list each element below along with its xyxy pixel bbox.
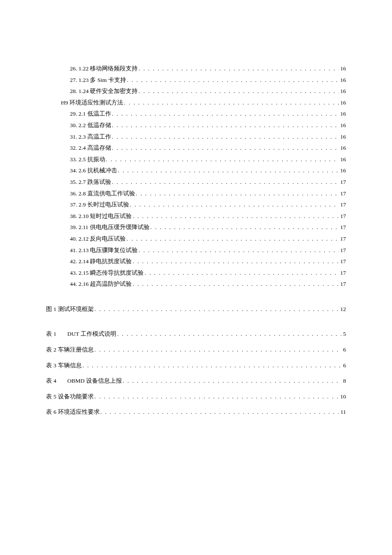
toc-entry: 34. 2.6 抗机械冲击 16 <box>46 166 346 175</box>
toc-dots <box>133 257 338 266</box>
toc-page-number: 16 <box>340 121 346 130</box>
toc-page-number: 17 <box>340 268 346 278</box>
toc-dots <box>117 329 341 339</box>
table-entry: 表 6 环境适应性要求 11 <box>46 407 346 417</box>
toc-dots <box>112 177 339 187</box>
toc-entry: 36. 2.8 直流供电工作试验 17 <box>46 189 346 198</box>
table-label: 表 2 车辆注册信息 <box>46 345 94 355</box>
toc-dots <box>138 87 338 96</box>
toc-page-number: 17 <box>340 234 346 244</box>
toc-page-number: 11 <box>340 407 346 417</box>
toc-entry: 37. 2.9 长时过电压试验 17 <box>46 200 346 209</box>
toc-page-number: 10 <box>340 392 346 401</box>
toc-page-number: 17 <box>340 189 346 198</box>
toc-page-number: 16 <box>340 166 346 175</box>
toc-page-number: 6 <box>342 345 346 355</box>
table-entry: 表 5 设备功能要求 10 <box>46 392 346 401</box>
toc-page-number: 5 <box>342 329 346 339</box>
toc-dots <box>133 212 338 221</box>
toc-entry-label: 27. 1.23 多 Sim 卡支持 <box>70 76 126 85</box>
toc-page-number: 17 <box>340 200 346 209</box>
table-label: 表 4OBMD 设备信息上报 <box>46 376 122 386</box>
toc-dots <box>112 143 339 153</box>
table-label: 表 1DUT 工作模式说明 <box>46 329 116 339</box>
table-entry: 表 2 车辆注册信息 6 <box>46 345 346 355</box>
toc-entry: 26. 1.22 移动网络频段支持 16 <box>46 64 346 73</box>
toc-dots <box>127 76 339 85</box>
toc-dots <box>133 279 338 289</box>
toc-dots <box>144 268 338 278</box>
toc-page-number: 17 <box>340 212 346 221</box>
toc-page-number: 12 <box>340 305 346 314</box>
toc-entry: 44. 2.16 超高温防护试验 17 <box>46 279 346 289</box>
toc-entry-label: 41. 2.13 电压骤降复位试验 <box>70 246 138 255</box>
toc-dots <box>95 392 339 401</box>
toc-entry-label: 42. 2.14 静电抗扰度试验 <box>70 257 132 266</box>
toc-entry: 38. 2.10 短时过电压试验 17 <box>46 212 346 221</box>
toc-page-number: 8 <box>342 376 346 386</box>
toc-page-number: 16 <box>340 109 346 119</box>
toc-dots <box>95 305 339 314</box>
toc-entry: 39. 2.11 供电电压缓升缓降试验 17 <box>46 223 346 232</box>
toc-dots <box>138 64 338 73</box>
toc-entry: 40. 2.12 反向电压试验 17 <box>46 234 346 244</box>
toc-entry-label: 31. 2.3 高温工作 <box>70 132 111 142</box>
toc-container: 26. 1.22 移动网络频段支持 16 27. 1.23 多 Sim 卡支持 … <box>46 64 346 417</box>
table-label: 表 3 车辆信息 <box>46 361 82 370</box>
toc-entry-label: 36. 2.8 直流供电工作试验 <box>70 189 135 198</box>
toc-page-number: 6 <box>342 361 346 370</box>
toc-entry-label: 39. 2.11 供电电压缓升缓降试验 <box>70 223 150 232</box>
toc-dots <box>127 234 338 244</box>
table-label: 表 5 设备功能要求 <box>46 392 94 401</box>
toc-heading-label: H9 环境适应性测试方法 <box>61 98 123 108</box>
table-entry: 表 1DUT 工作模式说明 5 <box>46 329 346 339</box>
toc-dots <box>136 189 339 198</box>
toc-entry: 32. 2.4 高温存储 16 <box>46 143 346 153</box>
toc-entry-label: 30. 2.2 低温存储 <box>70 121 111 130</box>
toc-dots <box>130 200 339 209</box>
figure-label: 图 1 测试环境框架 <box>46 305 94 314</box>
toc-dots <box>83 361 342 370</box>
toc-page-number: 17 <box>340 279 346 289</box>
toc-page-number: 16 <box>340 87 346 96</box>
toc-entry-label: 29. 2.1 低温工作 <box>70 109 111 119</box>
toc-dots <box>101 407 339 417</box>
toc-entry-label: 44. 2.16 超高温防护试验 <box>70 279 132 289</box>
toc-entry: 31. 2.3 高温工作 16 <box>46 132 346 142</box>
figure-entry: 图 1 测试环境框架 12 <box>46 305 346 314</box>
toc-page-number: 17 <box>340 257 346 266</box>
toc-entry-label: 33. 2.5 抗振动 <box>70 155 105 164</box>
toc-page-number: 16 <box>340 143 346 153</box>
toc-page-number: 16 <box>340 98 346 108</box>
toc-entry: 35. 2.7 跌落试验 17 <box>46 177 346 187</box>
toc-entry: 41. 2.13 电压骤降复位试验 17 <box>46 246 346 255</box>
toc-entry: 27. 1.23 多 Sim 卡支持 16 <box>46 76 346 85</box>
toc-entry: 29. 2.1 低温工作 16 <box>46 109 346 119</box>
toc-entry-label: 32. 2.4 高温存储 <box>70 143 111 153</box>
toc-entry-label: 43. 2.15 瞬态传导抗扰度试验 <box>70 268 144 278</box>
toc-entry-label: 26. 1.22 移动网络频段支持 <box>70 64 138 73</box>
table-entry: 表 4OBMD 设备信息上报 8 <box>46 376 346 386</box>
toc-page-number: 16 <box>340 64 346 73</box>
toc-entry-label: 28. 1.24 硬件安全加密支持 <box>70 87 138 96</box>
toc-entry: 42. 2.14 静电抗扰度试验 17 <box>46 257 346 266</box>
toc-entry-label: 40. 2.12 反向电压试验 <box>70 234 126 244</box>
toc-dots <box>112 109 339 119</box>
toc-page-number: 17 <box>340 223 346 232</box>
toc-entry: 28. 1.24 硬件安全加密支持 16 <box>46 87 346 96</box>
table-label: 表 6 环境适应性要求 <box>46 407 100 417</box>
toc-dots <box>112 132 339 142</box>
toc-page-number: 16 <box>340 155 346 164</box>
toc-entry: 33. 2.5 抗振动 16 <box>46 155 346 164</box>
toc-page-number: 17 <box>340 246 346 255</box>
toc-page-number: 16 <box>340 132 346 142</box>
toc-heading-h9: H9 环境适应性测试方法 16 <box>46 98 346 108</box>
toc-page-number: 16 <box>340 76 346 85</box>
toc-dots <box>95 345 342 355</box>
toc-dots <box>106 155 339 164</box>
toc-entry: 43. 2.15 瞬态传导抗扰度试验 17 <box>46 268 346 278</box>
toc-dots <box>150 223 339 232</box>
toc-entry-label: 38. 2.10 短时过电压试验 <box>70 212 132 221</box>
toc-page-number: 17 <box>340 177 346 187</box>
toc-dots <box>138 246 338 255</box>
